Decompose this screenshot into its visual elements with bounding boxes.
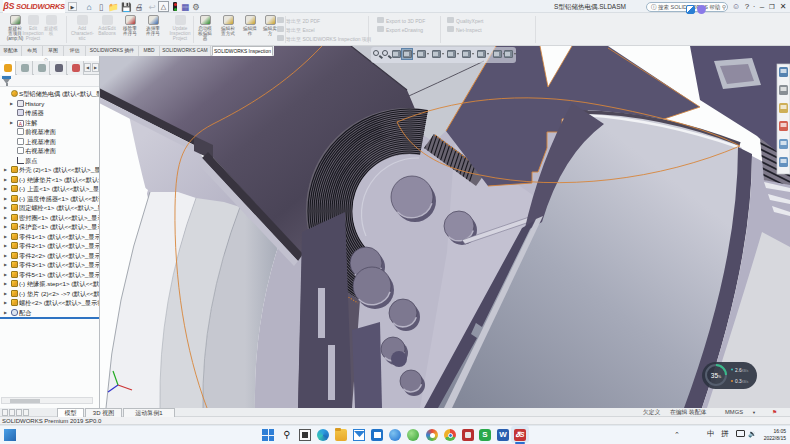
- svg-text:2.6KB/s: 2.6KB/s: [735, 368, 749, 373]
- svg-text:0.3KB/s: 0.3KB/s: [735, 379, 749, 384]
